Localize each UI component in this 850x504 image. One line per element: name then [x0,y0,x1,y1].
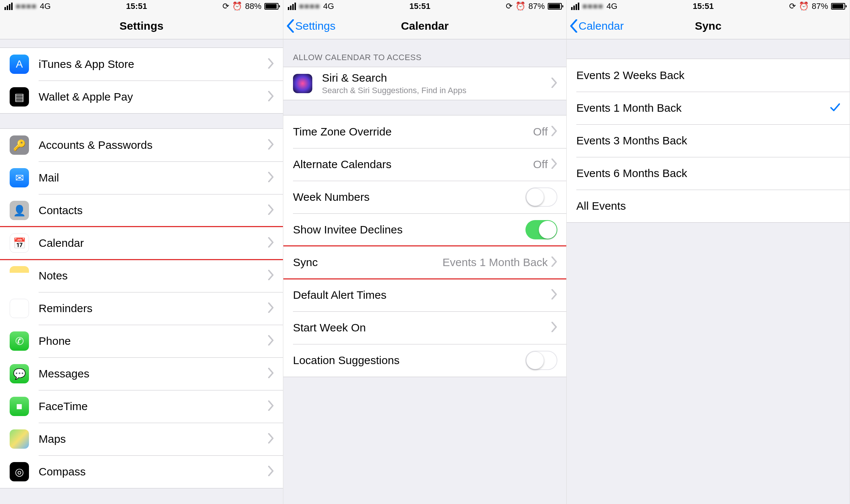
settings-row-wallet[interactable]: ▤Wallet & Apple Pay [0,81,283,113]
row-label: Start Week On [293,321,551,334]
settings-row-accounts[interactable]: 🔑Accounts & Passwords [0,129,283,161]
page-title: Settings [120,20,163,32]
rotation-lock-icon: ⟳ [506,1,512,11]
carrier-label: ■■■■ [299,1,320,11]
rotation-lock-icon: ⟳ [789,1,796,11]
option-label: Events 6 Months Back [576,167,841,180]
phone-icon: ✆ [10,331,29,351]
toggle-locsug[interactable] [525,351,557,370]
network-label: 4G [606,1,617,11]
sync-options-list[interactable]: Events 2 Weeks BackEvents 1 Month BackEv… [567,39,850,223]
chevron-right-icon [268,204,274,216]
signal-icon [571,3,579,10]
screen-settings: ■■■■ 4G 15:51 ⟳ ⏰ 88% Settings AiTunes &… [0,0,283,504]
chevron-right-icon [268,466,274,478]
row-label: Compass [39,465,268,478]
itunes-icon: A [10,55,29,74]
settings-row-itunes[interactable]: AiTunes & App Store [0,48,283,81]
alarm-icon: ⏰ [232,1,242,11]
row-label: Wallet & Apple Pay [39,91,268,103]
settings-row-mail[interactable]: ✉Mail [0,161,283,194]
settings-row-phone[interactable]: ✆Phone [0,325,283,357]
settings-row-compass[interactable]: ◎Compass [0,455,283,488]
clock-label: 15:51 [693,1,714,11]
mail-icon: ✉ [10,168,29,187]
settings-row-messages[interactable]: 💬Messages [0,357,283,390]
sync-option-6m[interactable]: Events 6 Months Back [567,157,850,190]
chevron-right-icon [268,237,274,249]
calendar-row-tzo[interactable]: Time Zone OverrideOff [283,115,566,148]
clock-label: 15:51 [410,1,430,11]
back-button[interactable]: Settings [286,13,335,39]
settings-list[interactable]: AiTunes & App Store▤Wallet & Apple Pay 🔑… [0,39,283,488]
network-label: 4G [323,1,334,11]
back-label: Settings [295,20,335,32]
check-icon [830,102,841,114]
calendar-row-startwk[interactable]: Start Week On [283,311,566,344]
sync-option-3m[interactable]: Events 3 Months Back [567,124,850,157]
option-label: Events 1 Month Back [576,102,830,114]
facetime-icon: ■ [10,397,29,416]
chevron-right-icon [551,256,557,268]
calendar-row-altcal[interactable]: Alternate CalendarsOff [283,148,566,181]
chevron-right-icon [268,400,274,412]
calendar-row-weeknum[interactable]: Week Numbers [283,181,566,213]
option-label: Events 2 Weeks Back [576,69,841,82]
sync-option-2w[interactable]: Events 2 Weeks Back [567,59,850,92]
settings-row-maps[interactable]: Maps [0,423,283,455]
alarm-icon: ⏰ [799,1,809,11]
chevron-right-icon [551,158,557,170]
row-label: Mail [39,171,268,184]
calendar-row-alerts[interactable]: Default Alert Times [283,279,566,311]
settings-row-notes[interactable]: Notes [0,259,283,292]
row-label: Maps [39,433,268,445]
row-label: Accounts & Passwords [39,139,268,151]
calendar-row-invitee[interactable]: Show Invitee Declines [283,213,566,246]
calendar-row-sync[interactable]: SyncEvents 1 Month Back [283,246,566,279]
settings-row-contacts[interactable]: 👤Contacts [0,194,283,227]
settings-row-facetime[interactable]: ■FaceTime [0,390,283,423]
sync-option-1m[interactable]: Events 1 Month Back [567,92,850,124]
calendar-row-locsug[interactable]: Location Suggestions [283,344,566,377]
chevron-right-icon [268,302,274,314]
toggle-invitee[interactable] [525,220,557,239]
accounts-icon: 🔑 [10,135,29,155]
row-label: iTunes & App Store [39,58,268,71]
sync-option-all[interactable]: All Events [567,190,850,222]
toggle-weeknum[interactable] [525,187,557,207]
row-label: Sync [293,256,443,269]
row-label: Messages [39,367,268,380]
row-label: Default Alert Times [293,289,551,301]
battery-icon [264,3,279,10]
chevron-right-icon [551,78,557,89]
row-label: Reminders [39,302,268,315]
wallet-icon: ▤ [10,87,29,107]
nav-bar: Settings [0,13,283,39]
signal-icon [288,3,296,10]
row-label: Alternate Calendars [293,158,533,171]
rotation-lock-icon: ⟳ [222,1,229,11]
back-label: Calendar [579,20,624,32]
siri-label: Siri & Search [322,72,551,84]
back-button[interactable]: Calendar [570,13,624,39]
siri-sublabel: Search & Siri Suggestions, Find in Apps [322,86,551,95]
row-siri-search[interactable]: Siri & Search Search & Siri Suggestions,… [283,67,566,100]
chevron-right-icon [268,335,274,347]
group-siri: Siri & Search Search & Siri Suggestions,… [283,67,566,100]
calendar-settings-list[interactable]: ALLOW CALENDAR TO ACCESS Siri & Search S… [283,39,566,377]
contacts-icon: 👤 [10,201,29,220]
row-label: Notes [39,269,268,282]
messages-icon: 💬 [10,364,29,383]
screen-sync: ■■■■ 4G 15:51 ⟳ ⏰ 87% Calendar Sync Even… [567,0,850,504]
calendar-icon: 📅 [10,233,29,253]
nav-bar: Calendar Sync [567,13,850,39]
group-calendar-options: Time Zone OverrideOffAlternate Calendars… [283,115,566,377]
settings-row-reminders[interactable]: ☰Reminders [0,292,283,325]
settings-row-calendar[interactable]: 📅Calendar [0,227,283,259]
carrier-label: ■■■■ [582,1,603,11]
row-value: Off [533,158,548,171]
chevron-right-icon [268,368,274,380]
chevron-right-icon [551,289,557,301]
carrier-label: ■■■■ [16,1,37,11]
alarm-icon: ⏰ [515,1,525,11]
